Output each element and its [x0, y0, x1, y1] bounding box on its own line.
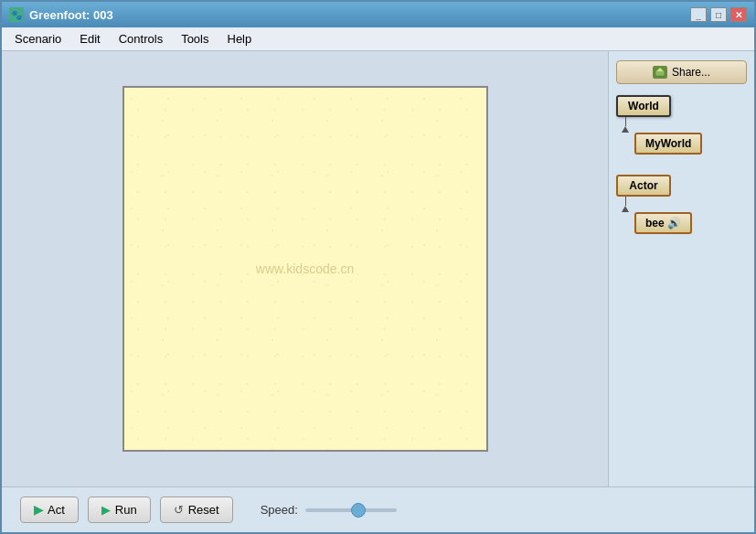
reset-label: Reset — [188, 503, 219, 517]
myworld-class-box[interactable]: MyWorld — [634, 133, 702, 155]
speed-slider[interactable] — [305, 508, 397, 512]
close-button[interactable]: ✕ — [730, 7, 747, 22]
bee-class-box[interactable]: bee 🔊 — [634, 212, 692, 234]
window-title: Greenfoot: 003 — [29, 8, 685, 22]
menu-help[interactable]: Help — [218, 29, 261, 48]
reset-button[interactable]: ↺ Reset — [160, 497, 233, 523]
bee-icon: 🔊 — [667, 217, 681, 230]
world-canvas[interactable]: www.kidscode.cn — [122, 86, 488, 452]
reset-icon: ↺ — [174, 503, 184, 517]
run-icon: ▶ — [101, 503, 111, 517]
svg-marker-1 — [656, 68, 664, 71]
main-window: 🐾 Greenfoot: 003 _ □ ✕ Scenario Edit Con… — [0, 0, 756, 534]
bee-label: bee — [645, 217, 665, 230]
window-controls: _ □ ✕ — [690, 7, 747, 22]
class-hierarchy: World MyWorld Actor — [616, 95, 747, 234]
speed-label: Speed: — [261, 503, 298, 517]
share-label: Share... — [672, 66, 710, 79]
actor-class-group: Actor bee 🔊 — [616, 175, 747, 234]
title-bar: 🐾 Greenfoot: 003 _ □ ✕ — [2, 2, 754, 27]
menu-tools[interactable]: Tools — [172, 29, 218, 48]
act-label: Act — [48, 503, 65, 517]
maximize-button[interactable]: □ — [710, 7, 727, 22]
share-button[interactable]: Share... — [616, 60, 747, 84]
world-class-box[interactable]: World — [616, 95, 671, 117]
act-button[interactable]: ▶ Act — [20, 497, 79, 523]
menubar: Scenario Edit Controls Tools Help — [2, 27, 754, 51]
share-icon — [653, 66, 667, 79]
speed-container: Speed: — [261, 503, 397, 517]
canvas-area: www.kidscode.cn — [2, 51, 608, 486]
menu-scenario[interactable]: Scenario — [5, 29, 70, 48]
run-label: Run — [115, 503, 137, 517]
menu-edit[interactable]: Edit — [70, 29, 109, 48]
world-class-group: World MyWorld — [616, 95, 747, 155]
canvas-watermark: www.kidscode.cn — [256, 262, 354, 276]
menu-controls[interactable]: Controls — [110, 29, 172, 48]
app-icon: 🐾 — [9, 7, 24, 22]
actor-class-box[interactable]: Actor — [616, 175, 671, 197]
act-icon: ▶ — [34, 503, 43, 517]
run-button[interactable]: ▶ Run — [88, 497, 151, 523]
main-content: www.kidscode.cn Share... World — [2, 51, 754, 486]
toolbar: ▶ Act ▶ Run ↺ Reset Speed: — [2, 486, 754, 532]
sidebar: Share... World MyWorld — [608, 51, 754, 486]
minimize-button[interactable]: _ — [690, 7, 707, 22]
